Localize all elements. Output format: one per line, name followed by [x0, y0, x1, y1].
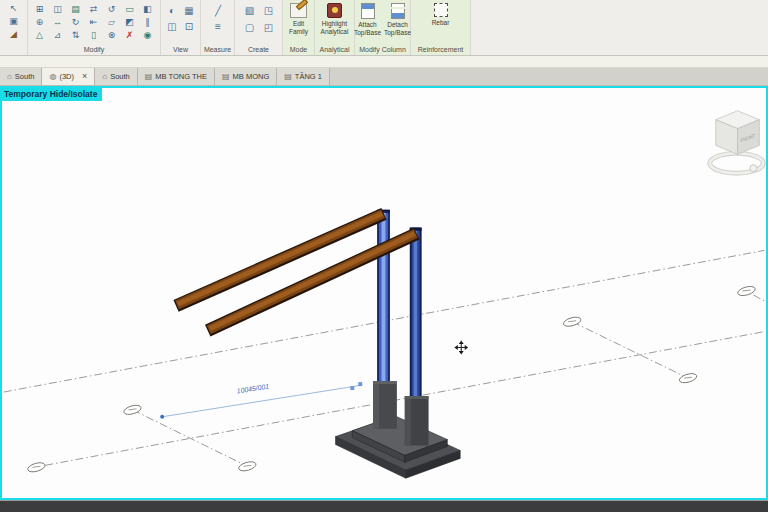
- view-tab-tang-1[interactable]: ▤ TẦNG 1: [277, 68, 330, 85]
- override-graphics-icon[interactable]: ▦: [181, 3, 197, 19]
- close-tab-icon[interactable]: ×: [82, 72, 87, 81]
- panel-label-create: Create: [235, 45, 282, 55]
- viewcube[interactable]: FRONT: [710, 111, 763, 173]
- panel-view: ◐ ▦ ◫ ⊡ View: [161, 0, 201, 55]
- highlight-analytical-icon: [327, 3, 342, 18]
- view-tab-label: MB TONG THE: [155, 72, 207, 81]
- join-tool-icon[interactable]: ◧: [139, 3, 156, 16]
- view-tab-label: South: [15, 72, 35, 81]
- rebar-button[interactable]: Rebar: [411, 0, 470, 45]
- view-tab-label: South: [110, 72, 130, 81]
- plan-view-icon: ▤: [284, 72, 292, 81]
- panel-mode: Edit Family Mode: [283, 0, 315, 55]
- offset-tool-icon[interactable]: ▭: [121, 3, 138, 16]
- panel-create: ▧ ◳ ▢ ◰ Create: [235, 0, 283, 55]
- rotate2-tool-icon[interactable]: ↻: [67, 16, 84, 29]
- create-group-icon[interactable]: ◳: [260, 3, 278, 20]
- modify-tool-grid: ⊞ ◫ ▤ ⇄ ↺ ▭ ◧ ⊕ ↔ ↻ ⇤ ▱ ◩ ∥ △ ⊿ ⇅ ▯ ⊗ ✗ …: [28, 0, 160, 42]
- move-cursor-icon: [454, 341, 468, 355]
- view-tab-bar: ⌂ South ◍ (3D) × ⌂ South ▤ MB TONG THE ▤…: [0, 68, 768, 86]
- pin-tool-icon[interactable]: ∥: [139, 16, 156, 29]
- array-tool-icon[interactable]: ▱: [103, 16, 120, 29]
- elevation-view-icon: ⌂: [102, 72, 107, 81]
- cope-tool-icon[interactable]: ◫: [49, 3, 66, 16]
- panel-label-modify-column: Modify Column: [355, 45, 410, 55]
- create-parts-icon[interactable]: ▢: [241, 20, 259, 37]
- scale-tool-icon[interactable]: △: [31, 29, 48, 42]
- select-cursor-icon[interactable]: ↖: [10, 3, 18, 14]
- drawing-area[interactable]: Temporary Hide/Isolate: [0, 86, 768, 500]
- edit-family-button[interactable]: Edit Family: [283, 0, 314, 45]
- detach-top-base-icon: [391, 3, 405, 19]
- view-tab-south-2[interactable]: ⌂ South: [95, 68, 137, 85]
- column-stub-2[interactable]: [405, 396, 429, 446]
- plan-view-icon: ▤: [145, 72, 153, 81]
- panel-measure: ╱ ≡ Measure: [201, 0, 235, 55]
- view-tab-label: MB MONG: [233, 72, 270, 81]
- plan-view-icon: ▤: [222, 72, 230, 81]
- panel-analytical: Highlight Analytical Analytical: [315, 0, 355, 55]
- view-tab-mb-tong-the[interactable]: ▤ MB TONG THE: [138, 68, 215, 85]
- align-tool-icon[interactable]: ⊞: [31, 3, 48, 16]
- split-tool-icon[interactable]: ◩: [121, 16, 138, 29]
- swap-tool-icon[interactable]: ⇅: [67, 29, 84, 42]
- cut-tool-icon[interactable]: ▤: [67, 3, 84, 16]
- display-box-icon[interactable]: ◫: [164, 19, 180, 35]
- structural-column-1[interactable]: [377, 210, 390, 381]
- highlight-analytical-button[interactable]: Highlight Analytical: [315, 0, 354, 45]
- panel-modify: ⊞ ◫ ▤ ⇄ ↺ ▭ ◧ ⊕ ↔ ↻ ⇤ ▱ ◩ ∥ △ ⊿ ⇅ ▯ ⊗ ✗ …: [28, 0, 161, 55]
- hide-element-icon[interactable]: ◐: [164, 3, 180, 19]
- panel-label-reinforcement: Reinforcement: [411, 45, 470, 55]
- clipboard-icon[interactable]: ▣: [9, 16, 18, 27]
- mirror-tool-icon[interactable]: ↔: [49, 16, 66, 29]
- view-tab-south-1[interactable]: ⌂ South: [0, 68, 42, 85]
- temporary-hide-isolate-banner: Temporary Hide/Isolate: [2, 88, 102, 101]
- panel-label-measure: Measure: [201, 45, 234, 55]
- panel-label-modify: Modify: [28, 45, 160, 55]
- panel-label-analytical: Analytical: [315, 45, 354, 55]
- column-stub-1[interactable]: [373, 381, 397, 429]
- panel-modify-column: Attach Top/Base Detach Top/Base Modify C…: [355, 0, 411, 55]
- view-tab-mb-mong[interactable]: ▤ MB MONG: [215, 68, 277, 85]
- wall-tool-icon[interactable]: ▯: [85, 29, 102, 42]
- group-tool-icon[interactable]: ⊗: [103, 29, 120, 42]
- legend-component-icon[interactable]: ▧: [241, 3, 259, 20]
- panel-reinforcement: Rebar Reinforcement: [411, 0, 471, 55]
- panel-label-view: View: [161, 45, 200, 55]
- dimension-annotation[interactable]: 10045/001: [160, 382, 362, 419]
- dimension-icon[interactable]: ≡: [210, 19, 226, 35]
- attach-top-base-button[interactable]: Attach Top/Base: [355, 0, 381, 45]
- wedge-tool-icon[interactable]: ◢: [10, 29, 17, 40]
- measure-point-icon[interactable]: ◉: [139, 29, 156, 42]
- edit-family-icon: [290, 3, 307, 18]
- view-tab-label: TẦNG 1: [295, 72, 322, 81]
- measure-line-icon[interactable]: ╱: [210, 3, 226, 19]
- rotate-tool-icon[interactable]: ↺: [103, 3, 120, 16]
- trim-tool-icon[interactable]: ⇤: [85, 16, 102, 29]
- unjoin-tool-icon[interactable]: ⊿: [49, 29, 66, 42]
- attach-top-base-icon: [361, 3, 375, 19]
- move-tool-icon[interactable]: ⇄: [85, 3, 102, 16]
- model-view: 10045/001: [2, 88, 766, 498]
- dimension-label: 10045/001: [236, 383, 270, 395]
- panel-label-mode: Mode: [283, 45, 314, 55]
- view-tab-label: (3D): [59, 72, 74, 81]
- view-tab-3d[interactable]: ◍ (3D) ×: [42, 68, 95, 85]
- ribbon-filler: [471, 0, 768, 55]
- rebar-icon: [434, 3, 448, 17]
- bottom-bar: [0, 500, 768, 512]
- viewcube-compass-nub[interactable]: [750, 165, 757, 172]
- 3d-view-icon: ◍: [49, 72, 56, 81]
- copy-tool-icon[interactable]: ⊕: [31, 16, 48, 29]
- ribbon: ↖ ▣ ◢ ⊞ ◫ ▤ ⇄ ↺ ▭ ◧ ⊕ ↔ ↻ ⇤ ▱ ◩ ∥ △ ⊿ ⇅ …: [0, 0, 768, 56]
- linework-icon[interactable]: ⊡: [181, 19, 197, 35]
- options-bar: [0, 56, 768, 68]
- ribbon-quick-tools: ↖ ▣ ◢: [0, 0, 28, 55]
- foundation-footing[interactable]: [335, 416, 460, 478]
- elevation-view-icon: ⌂: [7, 72, 12, 81]
- create-assembly-icon[interactable]: ◰: [260, 20, 278, 37]
- structural-column-2[interactable]: [410, 228, 422, 398]
- delete-tool-icon[interactable]: ✗: [121, 29, 138, 42]
- detach-top-base-button[interactable]: Detach Top/Base: [385, 0, 411, 45]
